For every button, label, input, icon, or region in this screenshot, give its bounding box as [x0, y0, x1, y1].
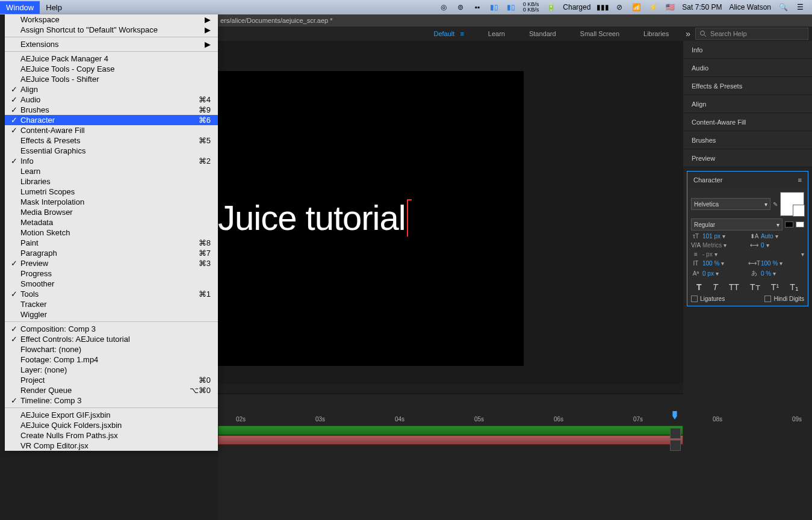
menu-composition[interactable]: ✓Composition: Comp 3 [5, 324, 218, 334]
panel-align[interactable]: Align [683, 95, 812, 113]
menu-wiggler[interactable]: Wiggler [5, 309, 218, 320]
menu-project[interactable]: Project⌘0 [5, 375, 218, 385]
menu-extensions[interactable]: Extensions▶ [5, 39, 218, 49]
menu-footage[interactable]: Footage: Comp 1.mp4 [5, 354, 218, 365]
menu-motion-sketch[interactable]: Motion Sketch [5, 228, 218, 238]
superscript-button[interactable]: T¹ [771, 282, 779, 292]
dropdown-arrow-icon[interactable]: ▾ [766, 242, 769, 249]
toggle-modes-icon[interactable] [670, 440, 681, 451]
swap-swatch-white[interactable] [796, 221, 804, 228]
dropdown-arrow-icon[interactable]: ▾ [722, 233, 725, 240]
font-style-select[interactable]: Regular▾ [691, 218, 783, 231]
toggle-switches-icon[interactable] [670, 428, 681, 439]
menu-info[interactable]: ✓Info⌘2 [5, 156, 218, 166]
menu-mask-interpolation[interactable]: Mask Interpolation [5, 197, 218, 207]
ws-small[interactable]: Small Screen [568, 30, 631, 37]
panel-preview[interactable]: Preview [683, 149, 812, 167]
baseline-value[interactable]: 0 px [702, 270, 714, 277]
dropdown-arrow-icon[interactable]: ▾ [773, 270, 776, 277]
font-size-value[interactable]: 101 px [702, 233, 721, 240]
subscript-button[interactable]: T₁ [790, 282, 799, 292]
menu-media-browser[interactable]: Media Browser [5, 207, 218, 217]
dropdown-arrow-icon[interactable]: ▾ [721, 260, 724, 267]
dropdown-arrow-icon[interactable]: ▾ [775, 233, 778, 240]
menu-help[interactable]: Help [40, 1, 68, 14]
menu-script-4[interactable]: VR Comp Editor.jsx [5, 441, 218, 451]
dropdown-arrow-icon[interactable]: ▾ [779, 260, 783, 267]
menu-smoother[interactable]: Smoother [5, 279, 218, 289]
panel-effects-presets[interactable]: Effects & Presets [683, 77, 812, 95]
menu-effect-controls[interactable]: ✓Effect Controls: AEJuice tutorial [5, 334, 218, 344]
search-icon[interactable]: 🔍 [778, 2, 788, 12]
menu-workspace[interactable]: Workspace▶ [5, 14, 218, 25]
ws-learn[interactable]: Learn [476, 30, 517, 37]
panel-info[interactable]: Info [683, 41, 812, 59]
menu-layer[interactable]: Layer: (none) [5, 365, 218, 375]
menu-metadata[interactable]: Metadata [5, 217, 218, 228]
text-layer[interactable]: Juice tutorial [218, 197, 409, 238]
menu-essential-graphics[interactable]: Essential Graphics [5, 146, 218, 156]
menu-preview[interactable]: ✓Preview⌘3 [5, 258, 218, 268]
menu-lumetri[interactable]: Lumetri Scopes [5, 187, 218, 197]
tracking-value[interactable]: 0 [761, 242, 764, 249]
menu-script-2[interactable]: AEJuice Quick Folders.jsxbin [5, 420, 218, 430]
menu-aej-pack[interactable]: AEJuice Pack Manager 4 [5, 54, 218, 64]
menu-icon[interactable]: ☰ [795, 2, 805, 12]
bold-button[interactable]: T [696, 282, 702, 292]
menu-tools[interactable]: ✓Tools⌘1 [5, 289, 218, 299]
time-ruler[interactable]: 02s 03s 04s 05s 06s 07s 08s 09s [218, 412, 683, 426]
help-search[interactable]: Search Help [695, 28, 808, 40]
ws-default[interactable]: Default ≡ [421, 30, 476, 37]
menu-aej-copyease[interactable]: AEJuice Tools - Copy Ease [5, 64, 218, 74]
workspace-overflow-icon[interactable]: » [681, 29, 695, 39]
menu-paragraph[interactable]: Paragraph⌘7 [5, 248, 218, 258]
menu-assign-shortcut[interactable]: Assign Shortcut to "Default" Workspace▶ [5, 25, 218, 35]
menu-learn[interactable]: Learn [5, 166, 218, 176]
menu-paint[interactable]: Paint⌘8 [5, 238, 218, 248]
italic-button[interactable]: T [713, 282, 718, 292]
dropdown-arrow-icon[interactable]: ▾ [724, 242, 727, 249]
hscale-value[interactable]: 100 % [761, 260, 778, 267]
timeline-track-2[interactable] [218, 435, 683, 445]
menu-brushes[interactable]: ✓Brushes⌘9 [5, 105, 218, 115]
panel-menu-icon[interactable]: ≡ [798, 176, 802, 184]
eyedropper-icon[interactable]: ✎ [773, 201, 778, 208]
stroke-style-select[interactable]: ▾ [749, 251, 804, 258]
ws-libraries[interactable]: Libraries [631, 30, 681, 37]
vscale-value[interactable]: 100 % [702, 260, 719, 267]
menu-timeline[interactable]: ✓Timeline: Comp 3 [5, 395, 218, 406]
menu-tracker[interactable]: Tracker [5, 299, 218, 309]
tsume-value[interactable]: 0 % [761, 270, 771, 277]
color-swatch[interactable] [780, 192, 804, 216]
menu-script-3[interactable]: Create Nulls From Paths.jsx [5, 430, 218, 441]
menu-window[interactable]: Window [0, 1, 40, 14]
menu-libraries[interactable]: Libraries [5, 176, 218, 187]
panel-caf[interactable]: Content-Aware Fill [683, 113, 812, 131]
menu-effects-presets[interactable]: Effects & Presets⌘5 [5, 135, 218, 146]
menu-aej-shifter[interactable]: AEJuice Tools - Shifter [5, 74, 218, 84]
composition-canvas[interactable]: Juice tutorial [218, 71, 524, 366]
ligatures-checkbox[interactable]: Ligatures [691, 296, 725, 302]
menu-align[interactable]: ✓Align [5, 84, 218, 94]
menu-render-queue[interactable]: Render Queue⌥⌘0 [5, 385, 218, 395]
leading-value[interactable]: Auto [761, 233, 773, 240]
menu-progress[interactable]: Progress [5, 268, 218, 279]
smallcaps-button[interactable]: Tᴛ [750, 282, 760, 292]
menu-character[interactable]: ✓Character⌘6 [5, 115, 218, 125]
timeline-track-1[interactable] [218, 426, 683, 435]
menu-audio[interactable]: ✓Audio⌘4 [5, 94, 218, 105]
swap-swatch-black[interactable] [785, 221, 793, 228]
kerning-value[interactable]: Metrics [702, 242, 722, 249]
font-family-select[interactable]: Helvetica▾ [691, 198, 770, 210]
menu-flowchart[interactable]: Flowchart: (none) [5, 344, 218, 354]
hindi-checkbox[interactable]: Hindi Digits [764, 296, 804, 302]
panel-brushes[interactable]: Brushes [683, 131, 812, 149]
menu-caf[interactable]: ✓Content-Aware Fill [5, 125, 218, 135]
stroke-value[interactable]: - px [702, 251, 713, 258]
menu-script-1[interactable]: AEJuice Export GIF.jsxbin [5, 410, 218, 420]
dropdown-arrow-icon[interactable]: ▾ [716, 270, 719, 277]
ws-standard[interactable]: Standard [517, 30, 568, 37]
allcaps-button[interactable]: TT [729, 282, 739, 292]
panel-audio[interactable]: Audio [683, 59, 812, 77]
dropdown-arrow-icon[interactable]: ▾ [714, 251, 717, 258]
